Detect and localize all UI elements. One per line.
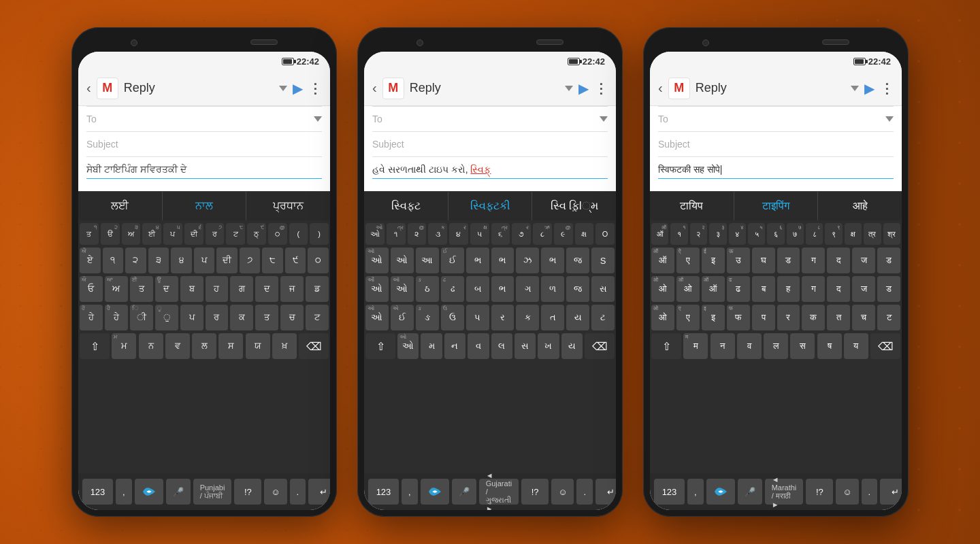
- key-r1-5[interactable]: ર૪: [449, 223, 468, 245]
- key-va[interactable]: ਵ: [165, 333, 190, 359]
- key-i5[interactable]: ૫: [466, 305, 489, 330]
- key-m41[interactable]: ओओ: [651, 305, 674, 330]
- comma-key[interactable]: ,: [402, 479, 418, 505]
- key-m25[interactable]: घ: [752, 248, 775, 273]
- key-r1-8[interactable]: ર૭: [512, 223, 531, 245]
- key-g8[interactable]: ભ: [541, 248, 564, 273]
- key-ka[interactable]: ਕ: [230, 305, 253, 330]
- send-button[interactable]: ▶: [578, 80, 589, 97]
- smiley-key[interactable]: ☺: [551, 479, 574, 505]
- key-ra[interactable]: ਰ: [206, 305, 229, 330]
- key-m46[interactable]: र: [777, 305, 800, 330]
- key-tta[interactable]: ਟ: [306, 305, 329, 330]
- enter-key[interactable]: ↵: [880, 479, 902, 505]
- key-i6[interactable]: ર: [491, 305, 514, 330]
- key-oa[interactable]: ਔਓ: [80, 276, 103, 302]
- suggestion-0[interactable]: ਲਈ: [78, 192, 163, 220]
- body-field[interactable]: હવે સરળ​તાથી ટાઇપ કરો, સ્વિફ્: [372, 157, 608, 191]
- lang-key[interactable]: ◄ Marathi / मराठी ►: [765, 479, 804, 505]
- key-j5[interactable]: લ: [491, 333, 512, 359]
- key-m1-4[interactable]: ३३: [709, 223, 726, 245]
- more-options-button[interactable]: ⋮: [880, 80, 894, 97]
- key-m57[interactable]: य: [844, 333, 868, 359]
- key-i2[interactable]: એઈ: [391, 305, 414, 330]
- num-key[interactable]: 123: [368, 479, 399, 505]
- key-g1[interactable]: ઑઓ: [365, 248, 389, 273]
- key-r1-4[interactable]: ક૩: [428, 223, 447, 245]
- key-m42[interactable]: एए: [676, 305, 700, 330]
- key-row1-0[interactable]: @੦: [268, 223, 287, 245]
- key-m37[interactable]: ग: [802, 276, 825, 302]
- key-row1-7[interactable]: ੭ਰ: [206, 223, 225, 245]
- key-m1-7[interactable]: ६६: [767, 223, 784, 245]
- key-cha[interactable]: ਚ: [280, 305, 304, 330]
- mic-key[interactable]: 🎤: [738, 479, 762, 505]
- key-uu[interactable]: ੂੁ: [155, 305, 178, 330]
- suggestion-1[interactable]: टाइपिंग: [734, 192, 819, 220]
- key-m1-6[interactable]: ५५: [748, 223, 765, 245]
- smiley-key[interactable]: ☺: [264, 479, 287, 505]
- key-i1[interactable]: ઓઓ: [365, 305, 389, 330]
- exclaim-key[interactable]: !?: [234, 479, 261, 505]
- key-m1-9[interactable]: ८८: [806, 223, 823, 245]
- key-m410[interactable]: ट: [877, 305, 900, 330]
- key-na[interactable]: ਨ: [139, 333, 163, 359]
- key-m1-2[interactable]: ११: [670, 223, 687, 245]
- back-button[interactable]: ‹: [658, 80, 663, 96]
- key-i9[interactable]: ય: [566, 305, 589, 330]
- key-row1-9[interactable]: ੯ਠ੍: [247, 223, 266, 245]
- mic-key[interactable]: 🎤: [166, 479, 191, 505]
- key-m54[interactable]: ल: [764, 333, 788, 359]
- to-expand-icon[interactable]: [314, 116, 322, 122]
- key-g2[interactable]: ઓ: [391, 248, 414, 273]
- key-ho[interactable]: ਹੋਹੇ: [80, 305, 103, 330]
- key-m23[interactable]: ईइ: [702, 248, 725, 273]
- key-9[interactable]: ੯: [285, 248, 306, 273]
- key-row1-brace[interactable]: (: [289, 223, 308, 245]
- key-g3[interactable]: આ: [416, 248, 439, 273]
- key-ba[interactable]: ਬ: [180, 276, 203, 302]
- key-r1-b[interactable]: O: [595, 223, 615, 245]
- key-ddha[interactable]: ਡ: [306, 276, 329, 302]
- key-m35[interactable]: ब: [752, 276, 775, 302]
- key-m310[interactable]: ड: [877, 276, 900, 302]
- period-key[interactable]: .: [290, 479, 306, 505]
- key-ya[interactable]: ਯ: [246, 333, 270, 359]
- back-button[interactable]: ‹: [372, 80, 377, 96]
- key-8[interactable]: ੮: [262, 248, 283, 273]
- key-m43[interactable]: इइ: [702, 305, 725, 330]
- key-0[interactable]: ੦: [308, 248, 329, 273]
- suggestion-2[interactable]: ਪ੍ਰਧਾਨ: [246, 192, 330, 220]
- key-j2[interactable]: મ: [421, 333, 442, 359]
- key-m29[interactable]: ज: [852, 248, 875, 273]
- key-m32[interactable]: ऑओ: [676, 276, 700, 302]
- key-pa[interactable]: ਪ: [180, 305, 203, 330]
- to-expand-icon[interactable]: [885, 116, 894, 122]
- send-button[interactable]: ▶: [864, 80, 875, 97]
- shift-key[interactable]: ⇧: [80, 333, 110, 359]
- key-h10[interactable]: સ: [591, 276, 615, 302]
- key-i3[interactable]: ઙઙ: [416, 305, 439, 330]
- key-ii[interactable]: ਈਤ: [130, 276, 153, 302]
- to-expand-icon[interactable]: [600, 116, 608, 122]
- key-e[interactable]: ਐਏ: [80, 248, 101, 273]
- key-m24[interactable]: ऊउ: [727, 248, 750, 273]
- subject-field[interactable]: Subject: [372, 132, 608, 157]
- key-ta[interactable]: ਤ: [255, 305, 278, 330]
- key-r1-9[interactable]: ઋ૮: [533, 223, 552, 245]
- more-options-button[interactable]: ⋮: [594, 80, 608, 97]
- num-key[interactable]: 123: [654, 479, 685, 505]
- key-m45[interactable]: प: [752, 305, 775, 330]
- to-field[interactable]: To: [86, 107, 322, 132]
- key-m1-8[interactable]: ७७: [787, 223, 804, 245]
- expand-icon[interactable]: [565, 86, 573, 91]
- back-button[interactable]: ‹: [86, 80, 91, 96]
- key-m52[interactable]: न: [710, 333, 735, 359]
- key-m21[interactable]: ऑऑ: [651, 248, 674, 273]
- period-key[interactable]: .: [862, 479, 878, 505]
- key-m48[interactable]: त: [827, 305, 850, 330]
- smiley-key[interactable]: ☺: [836, 479, 858, 505]
- key-ga[interactable]: ਗ: [230, 276, 253, 302]
- delete-key[interactable]: ⌫: [870, 333, 900, 359]
- suggestion-2[interactable]: आहे: [818, 192, 902, 220]
